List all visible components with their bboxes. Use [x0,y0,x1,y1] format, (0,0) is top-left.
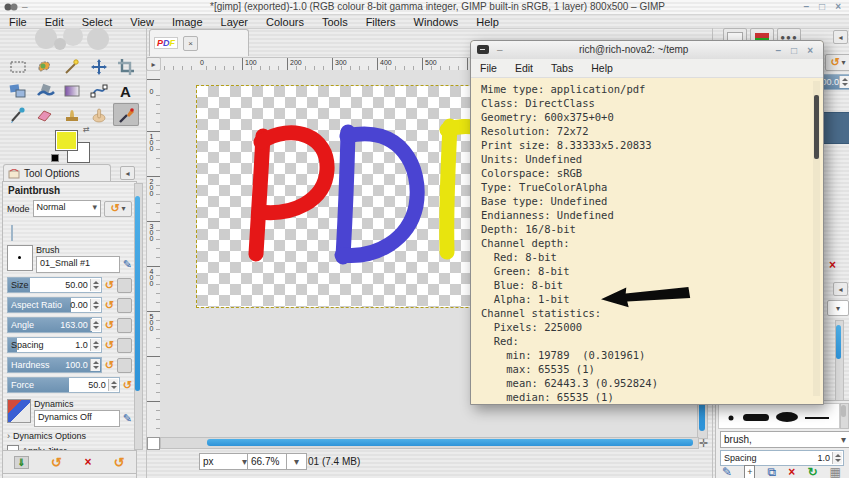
tool-crop[interactable] [113,55,139,78]
swap-colors-icon[interactable]: ⇄ [83,125,90,134]
menu-help[interactable]: Help [467,16,508,28]
gimp-close-button[interactable]: × [835,1,841,12]
tool-move[interactable] [86,55,112,78]
terminal-window-menu-icon[interactable]: – [497,44,503,55]
menu-file[interactable]: File [0,16,36,28]
spinner-buttons[interactable] [90,339,100,351]
canvas-hscrollbar[interactable] [160,437,699,449]
spacing-slider[interactable]: Spacing1.0 [7,337,102,353]
quick-mask-toggle[interactable] [147,437,160,450]
brush-list-scrollbar[interactable] [840,403,849,429]
opacity-slider[interactable]: Opacity100.0 [11,225,13,241]
layer-mode-reset-button[interactable]: ↺ ▾ [825,54,849,71]
terminal-menu-help[interactable]: Help [582,62,622,74]
menu-tools[interactable]: Tools [313,16,357,28]
spinner-buttons[interactable] [108,379,118,391]
delete-tool-preset-button[interactable]: × [84,455,91,469]
tool-bucket-fill[interactable] [32,79,58,102]
foreground-color-swatch[interactable] [55,130,78,151]
image-tab[interactable]: PDF × [149,29,249,56]
terminal-window[interactable]: – rich@rich-nova2: ~/temp – □ × FileEdit… [470,40,824,405]
menu-layer[interactable]: Layer [212,16,258,28]
size-reset-icon[interactable]: ↺ [105,280,114,291]
tool-free-select[interactable] [32,55,58,78]
dock-menu-button[interactable]: ◂ [833,30,848,44]
menu-image[interactable]: Image [163,16,212,28]
selected-layer-row[interactable] [823,112,849,144]
terminal-maximize-button[interactable]: □ [791,45,797,56]
aspect-ratio-slider[interactable]: Aspect Ratio0.00 [7,297,102,313]
ruler-corner-button[interactable]: ▸ [146,57,161,71]
angle-reset-icon[interactable]: ↺ [105,320,114,331]
mode-reset-button[interactable]: ↺ ▾ [104,201,132,217]
spinner-buttons[interactable] [90,299,100,311]
dynamics-options-expander[interactable]: › Dynamics Options [7,431,132,441]
terminal-menu-edit[interactable]: Edit [506,62,542,74]
zoom-select-button[interactable]: ▾ [286,453,307,470]
edit-brush-icon[interactable]: ✎ [123,258,132,271]
dock-delete-icon[interactable]: × [829,258,836,272]
force-slider[interactable]: Force50.0 [7,377,120,393]
aspect-ratio-reset-icon[interactable]: ↺ [105,300,114,311]
edit-dynamics-icon[interactable]: ✎ [123,412,132,425]
navigation-cross-icon[interactable]: ✛ [699,437,708,450]
angle-link-toggle[interactable] [117,318,132,333]
tool-smudge[interactable] [86,103,112,126]
terminal-minimize-button[interactable]: – [776,45,782,56]
spacing-link-toggle[interactable] [117,338,132,353]
restore-tool-preset-button[interactable]: ↺ [51,457,62,468]
duplicate-brush-button[interactable]: ⧉ [768,466,777,478]
window-menu-icon[interactable]: – [22,1,28,12]
terminal-close-button[interactable]: × [807,45,813,56]
tool-color-picker[interactable] [5,103,31,126]
terminal-scrollbar[interactable] [813,81,820,396]
mode-select[interactable]: Normal ▾ [33,200,101,217]
menu-windows[interactable]: Windows [405,16,468,28]
unit-select[interactable]: px ▾ [199,453,251,470]
terminal-menu-tabs[interactable]: Tabs [542,62,582,74]
dynamics-name-field[interactable]: Dynamics Off [34,410,120,427]
tool-options-scrollbar[interactable] [134,183,143,450]
spacing-reset-icon[interactable]: ↺ [105,340,114,351]
brush-filter-select[interactable]: brush, ▾ [720,431,849,448]
save-tool-preset-button[interactable]: ⇓ [14,456,28,469]
tool-paths[interactable] [86,79,112,102]
aspect-ratio-link-toggle[interactable] [117,298,132,313]
new-brush-button[interactable]: + [744,465,755,478]
default-colors-icon[interactable] [51,154,59,162]
size-slider[interactable]: Size50.00 [7,277,102,293]
tool-rectangle-select[interactable] [5,55,31,78]
zoom-level-field[interactable]: 66.7% [247,453,291,470]
spinner-buttons[interactable] [90,279,100,291]
menu-select[interactable]: Select [73,16,122,28]
brush-preview[interactable] [7,245,33,271]
reset-tool-defaults-button[interactable]: ↺ [114,457,125,468]
spinner-buttons[interactable] [90,359,100,371]
tool-fuzzy-select[interactable] [59,55,85,78]
terminal-output[interactable]: Mime type: application/pdfClass: DirectC… [471,77,821,406]
gimp-minimize-button[interactable]: – [804,1,810,12]
tool-options-tab[interactable]: Tool Options [3,164,111,182]
tool-eraser[interactable] [32,103,58,126]
menu-filters[interactable]: Filters [357,16,405,28]
tool-clone[interactable] [59,103,85,126]
hardness-reset-icon[interactable]: ↺ [105,360,114,371]
image-tab-close-icon[interactable]: × [183,36,198,51]
brush-spacing-slider[interactable]: Spacing 1.0 [720,450,844,466]
dock-scrollbar[interactable] [835,320,844,402]
brush-list[interactable] [718,403,840,429]
size-link-toggle[interactable] [117,278,132,293]
open-brush-as-image-button[interactable]: ▦ [830,466,841,478]
dock-menu-button-2[interactable]: ◂ [833,282,848,296]
hardness-link-toggle[interactable] [117,358,132,373]
dynamics-preview[interactable] [7,399,31,423]
angle-slider[interactable]: Angle163.00 [7,317,102,333]
dock-select[interactable]: ▾ [827,300,849,316]
edit-brush-button[interactable]: ✎ [722,466,732,478]
tool-gradient[interactable] [59,79,85,102]
layer-opacity-slider[interactable]: 00.0 [821,74,849,90]
spinner-buttons[interactable] [90,319,100,331]
terminal-titlebar[interactable]: – rich@rich-nova2: ~/temp – □ × [471,41,823,60]
menu-view[interactable]: View [121,16,163,28]
menu-colours[interactable]: Colours [257,16,313,28]
